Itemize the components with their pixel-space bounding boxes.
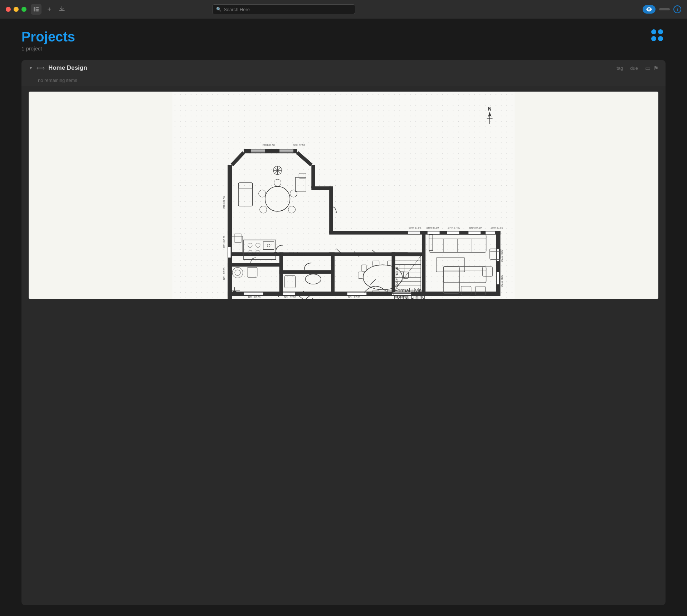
sidebar-toggle-button[interactable] bbox=[31, 4, 42, 15]
project-collapse-icon[interactable]: ▼ bbox=[29, 65, 33, 70]
main-content: Projects 1 project ▼ ⟺ Home Design tag d… bbox=[0, 19, 687, 616]
svg-rect-60 bbox=[427, 231, 440, 234]
svg-rect-23 bbox=[311, 186, 331, 190]
floorplan-container[interactable]: N bbox=[29, 92, 658, 299]
maximize-button[interactable] bbox=[21, 7, 26, 12]
svg-text:BRH 87.50: BRH 87.50 bbox=[491, 226, 503, 229]
project-tag-label: tag bbox=[617, 65, 623, 71]
project-remaining: no remaining items bbox=[21, 76, 666, 86]
page-subtitle: 1 project bbox=[21, 45, 75, 52]
svg-rect-3 bbox=[36, 10, 39, 11]
project-notes-icon[interactable]: ▭ bbox=[645, 65, 651, 72]
svg-rect-24 bbox=[329, 186, 333, 233]
svg-rect-63 bbox=[486, 231, 496, 234]
svg-text:BRH 87.50: BRH 87.50 bbox=[448, 226, 460, 229]
svg-rect-33 bbox=[422, 231, 425, 295]
svg-rect-30 bbox=[331, 252, 335, 295]
svg-rect-18 bbox=[228, 165, 232, 234]
minimize-button[interactable] bbox=[14, 7, 19, 12]
project-flag-icon[interactable]: ⚑ bbox=[653, 65, 658, 72]
svg-point-6 bbox=[649, 9, 650, 10]
svg-text:BRH 87.50: BRH 87.50 bbox=[501, 250, 503, 262]
svg-text:BRH 87.50: BRH 87.50 bbox=[223, 235, 225, 248]
svg-rect-65 bbox=[497, 272, 500, 284]
svg-text:BRH 87.50: BRH 87.50 bbox=[284, 296, 296, 298]
page-title: Projects bbox=[21, 29, 75, 45]
project-due-label: due bbox=[630, 65, 638, 71]
floorplan-wrapper: N bbox=[21, 86, 666, 306]
svg-rect-1 bbox=[36, 7, 39, 8]
svg-rect-66 bbox=[244, 292, 263, 295]
svg-rect-22 bbox=[311, 165, 315, 188]
titlebar-right-actions: i bbox=[643, 5, 681, 14]
project-actions: ▭ ⚑ bbox=[645, 65, 658, 72]
svg-text:BRH 87.50: BRH 87.50 bbox=[427, 226, 439, 229]
svg-text:16 Stg.: 16 Stg. bbox=[395, 267, 399, 275]
svg-text:Formal Dining: Formal Dining bbox=[394, 294, 425, 299]
project-name: Home Design bbox=[48, 64, 87, 72]
svg-rect-57 bbox=[408, 231, 420, 234]
svg-rect-2 bbox=[36, 9, 39, 10]
svg-text:BRH 87.50: BRH 87.50 bbox=[223, 268, 225, 280]
svg-text:BRH 87.50: BRH 87.50 bbox=[348, 296, 360, 298]
svg-rect-0 bbox=[34, 7, 35, 11]
project-header: ▼ ⟺ Home Design tag due ▭ ⚑ bbox=[21, 60, 666, 76]
svg-text:BRH 87.50: BRH 87.50 bbox=[248, 296, 260, 298]
svg-rect-54 bbox=[279, 149, 294, 152]
svg-rect-16 bbox=[496, 231, 501, 296]
svg-text:Eat-in Kitchen: Eat-in Kitchen bbox=[274, 251, 305, 257]
svg-rect-29 bbox=[279, 270, 333, 274]
project-container: ▼ ⟺ Home Design tag due ▭ ⚑ no remaining… bbox=[21, 60, 666, 605]
svg-rect-70 bbox=[347, 292, 367, 295]
page-title-group: Projects 1 project bbox=[21, 29, 75, 52]
add-button[interactable]: + bbox=[46, 5, 53, 14]
grid-view-icon[interactable] bbox=[651, 29, 666, 41]
eye-button[interactable] bbox=[643, 5, 656, 14]
svg-text:N: N bbox=[488, 106, 492, 112]
svg-rect-72 bbox=[228, 247, 231, 258]
svg-text:17.5/27.7: 17.5/27.7 bbox=[395, 277, 399, 289]
svg-rect-32 bbox=[392, 252, 424, 256]
search-icon: 🔍 bbox=[216, 7, 221, 12]
svg-text:BRH 87.50: BRH 87.50 bbox=[469, 226, 482, 229]
svg-rect-51 bbox=[251, 149, 265, 152]
svg-rect-62 bbox=[468, 231, 481, 234]
svg-text:BRH 87.50: BRH 87.50 bbox=[223, 196, 225, 209]
svg-text:BRH 87.50: BRH 87.50 bbox=[501, 275, 503, 287]
close-button[interactable] bbox=[6, 7, 11, 12]
project-type-icon: ⟺ bbox=[36, 65, 45, 72]
svg-text:BRH 87.50: BRH 87.50 bbox=[263, 144, 275, 146]
svg-text:BRH 87.50: BRH 87.50 bbox=[409, 226, 421, 229]
search-bar[interactable]: 🔍 bbox=[212, 4, 355, 14]
svg-rect-28 bbox=[228, 263, 283, 267]
titlebar: + 🔍 i bbox=[0, 0, 687, 19]
search-input[interactable] bbox=[224, 7, 351, 12]
floorplan-svg: N bbox=[29, 92, 658, 299]
page-header: Projects 1 project bbox=[21, 29, 666, 52]
minimize-window-button[interactable] bbox=[659, 8, 670, 10]
svg-rect-61 bbox=[447, 231, 459, 234]
eye-icon bbox=[643, 5, 656, 14]
svg-text:BRH 87.50: BRH 87.50 bbox=[293, 144, 305, 146]
svg-rect-69 bbox=[283, 292, 296, 295]
info-button[interactable]: i bbox=[673, 5, 681, 13]
download-button[interactable] bbox=[57, 5, 67, 14]
minus-icon bbox=[659, 8, 670, 10]
info-icon: i bbox=[673, 5, 681, 13]
project-meta: tag due ▭ ⚑ bbox=[617, 65, 658, 72]
traffic-lights bbox=[6, 7, 26, 12]
